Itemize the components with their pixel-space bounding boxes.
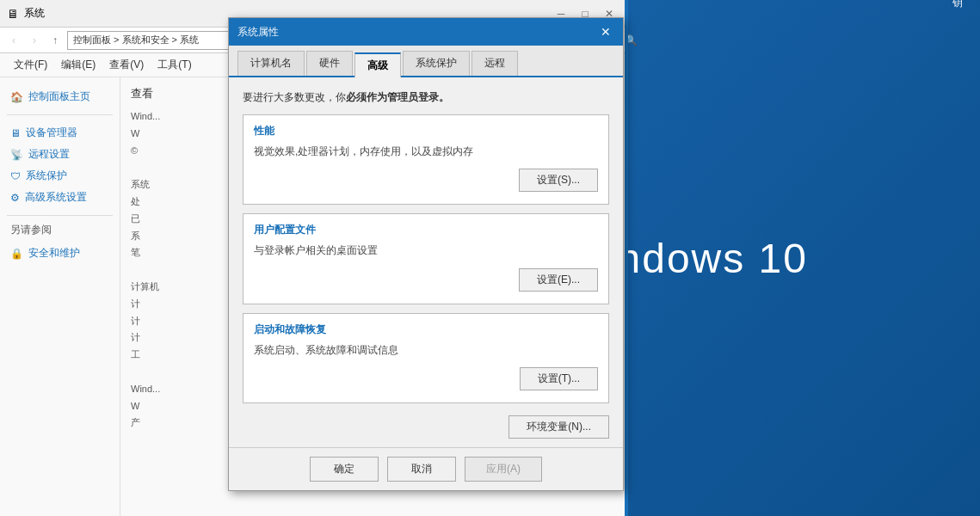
forward-button[interactable]: ›	[26, 32, 43, 49]
cp-title-icon: 🖥	[7, 7, 19, 21]
up-button[interactable]: ↑	[46, 32, 64, 49]
device-manager-icon: 🖥	[10, 127, 21, 139]
dialog-close-button[interactable]: ✕	[597, 23, 614, 40]
toolbar-view[interactable]: 查看(V)	[102, 56, 151, 74]
sidebar-link-home[interactable]: 🏠 控制面板主页	[7, 86, 113, 108]
startup-title-text: 启动和故障恢复	[254, 323, 326, 335]
toolbar-file[interactable]: 文件(F)	[7, 56, 54, 74]
sidebar-security-label: 安全和维护	[28, 246, 80, 261]
sidebar-protect-label: 系统保护	[26, 169, 67, 183]
dialog-notice: 要进行大多数更改，你必须作为管理员登录。	[243, 89, 609, 106]
cp-left-sidebar: 🏠 控制面板主页 🖥 设备管理器 📡 远程设置 🛡 系统保护 ⚙	[0, 77, 120, 516]
sidebar-divider-2	[7, 215, 113, 216]
notice-bold: 必须作为管理员登录。	[346, 91, 449, 103]
sidebar-link-device-manager[interactable]: 🖥 设备管理器	[7, 122, 113, 144]
startup-recovery-title: 启动和故障恢复	[254, 322, 598, 337]
dialog-content: 要进行大多数更改，你必须作为管理员登录。 性能 视觉效果,处理器计划，内存使用，…	[229, 77, 623, 447]
security-icon: 🔒	[10, 248, 23, 260]
sidebar-link-security[interactable]: 🔒 安全和维护	[7, 243, 113, 264]
home-icon: 🏠	[10, 91, 23, 103]
sidebar-remote-label: 远程设置	[28, 147, 70, 162]
performance-settings-button[interactable]: 设置(S)...	[519, 169, 598, 192]
apply-button[interactable]: 应用(A)	[465, 457, 542, 482]
sidebar-device-label: 设备管理器	[26, 126, 77, 140]
scroll-accent	[625, 0, 628, 516]
sidebar-advanced-label: 高级系统设置	[25, 190, 87, 205]
sidebar-home-label: 控制面板主页	[28, 89, 90, 104]
user-profiles-section: 用户配置文件 与登录帐户相关的桌面设置 设置(E)...	[243, 213, 609, 304]
sidebar-divider-1	[7, 114, 113, 115]
startup-recovery-section: 启动和故障恢复 系统启动、系统故障和调试信息 设置(T)...	[243, 313, 609, 403]
tab-remote[interactable]: 远程	[472, 51, 518, 76]
dialog-title: 系统属性	[237, 25, 279, 40]
user-profiles-title: 用户配置文件	[254, 223, 598, 237]
toolbar-tools[interactable]: 工具(T)	[151, 56, 198, 74]
change-product-key-label: 更改产品密钥	[952, 0, 963, 10]
startup-recovery-btn-row: 设置(T)...	[254, 367, 598, 390]
system-protect-icon: 🛡	[10, 170, 21, 182]
env-btn-row: 环境变量(N)...	[243, 415, 609, 439]
view-title-text: 查看	[131, 87, 153, 100]
env-variables-button[interactable]: 环境变量(N)...	[508, 415, 609, 439]
advanced-icon: ⚙	[10, 192, 20, 204]
startup-recovery-desc: 系统启动、系统故障和调试信息	[254, 342, 598, 359]
startup-recovery-settings-button[interactable]: 设置(T)...	[520, 367, 598, 390]
sidebar-link-system-protection[interactable]: 🛡 系统保护	[7, 165, 113, 187]
ok-button[interactable]: 确定	[310, 457, 379, 482]
toolbar-edit[interactable]: 编辑(E)	[54, 56, 102, 74]
tab-computer-name[interactable]: 计算机名	[237, 51, 305, 76]
cancel-button[interactable]: 取消	[387, 457, 456, 482]
tab-advanced[interactable]: 高级	[354, 52, 401, 77]
user-profiles-btn-row: 设置(E)...	[254, 268, 598, 292]
user-profiles-desc: 与登录帐户相关的桌面设置	[254, 243, 598, 259]
performance-desc: 视觉效果,处理器计划，内存使用，以及虚拟内存	[254, 144, 598, 160]
sidebar-link-advanced[interactable]: ⚙ 高级系统设置	[7, 187, 113, 208]
tab-system-protection[interactable]: 系统保护	[403, 51, 470, 76]
address-text: 控制面板 > 系统和安全 > 系统	[73, 34, 199, 46]
sidebar-link-remote[interactable]: 📡 远程设置	[7, 144, 113, 165]
os-background: Windows 10 🛡 更改设置 🛡 更改产品密钥 🖥 系统 ─ □ ✕	[0, 0, 980, 516]
right-panel: 🛡 更改设置 🛡 更改产品密钥	[808, 28, 980, 45]
user-profiles-settings-button[interactable]: 设置(E)...	[519, 268, 598, 292]
performance-section: 性能 视觉效果,处理器计划，内存使用，以及虚拟内存 设置(S)...	[243, 114, 609, 205]
dialog-footer: 确定 取消 应用(A)	[229, 447, 623, 490]
remote-icon: 📡	[10, 149, 23, 161]
system-properties-dialog: 系统属性 ✕ 计算机名 硬件 高级 系统保护 远程 要进行大多数更改，你必须作为…	[228, 17, 624, 491]
performance-btn-row: 设置(S)...	[254, 169, 598, 192]
change-product-key-link[interactable]: 🛡 更改产品密钥	[937, 0, 963, 10]
dialog-titlebar: 系统属性 ✕	[229, 18, 623, 46]
back-button[interactable]: ‹	[5, 32, 22, 49]
tab-hardware[interactable]: 硬件	[306, 51, 353, 76]
performance-title: 性能	[254, 124, 598, 138]
dialog-tabs: 计算机名 硬件 高级 系统保护 远程	[229, 46, 623, 77]
see-also-title: 另请参阅	[7, 223, 113, 237]
